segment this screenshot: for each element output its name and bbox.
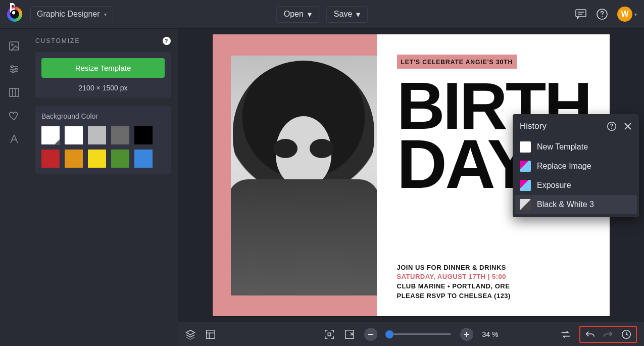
avatar: W [617, 7, 632, 22]
history-list: New TemplateReplace ImageExposureBlack &… [513, 137, 639, 214]
editor-mode-select[interactable]: Graphic Designer ▾ [30, 6, 113, 22]
history-controls-highlight [579, 326, 637, 343]
history-thumb-icon [520, 180, 531, 191]
color-swatch[interactable] [111, 150, 129, 168]
detail-line-2: SATURDAY, AUGUST 17TH | 5:00 [397, 272, 593, 282]
top-right-actions: W ▾ [575, 7, 637, 22]
color-swatch[interactable] [134, 126, 153, 144]
resize-template-button[interactable]: Resize Template [41, 58, 165, 78]
svg-rect-3 [10, 42, 19, 50]
favorites-tool-icon[interactable] [8, 110, 20, 122]
svg-point-4 [12, 44, 13, 45]
background-color-title: Background Color [41, 112, 165, 120]
history-button[interactable] [621, 329, 632, 340]
resize-card: Resize Template 2100 × 1500 px [35, 52, 171, 98]
resize-label: Resize Template [75, 64, 131, 72]
chevron-down-icon: ▾ [634, 12, 637, 17]
top-toolbar: Graphic Designer ▾ Open ▾ Save ▾ W ▾ [0, 0, 644, 29]
history-item-label: New Template [537, 142, 588, 152]
document-left-panel [213, 34, 377, 316]
swatch-grid [41, 126, 165, 168]
open-label: Open [284, 10, 304, 19]
color-swatch[interactable] [88, 150, 106, 168]
tag-text: LET'S CELEBRATE ANGIE'S 30TH [401, 59, 513, 66]
compare-icon[interactable] [560, 329, 571, 339]
color-swatch[interactable] [41, 126, 60, 144]
details-block[interactable]: JOIN US FOR DINNER & DRINKS SATURDAY, AU… [397, 263, 593, 301]
svg-point-2 [602, 16, 603, 17]
history-item[interactable]: Replace Image [513, 157, 639, 176]
logo-b-icon [9, 2, 17, 20]
history-item[interactable]: New Template [513, 137, 639, 157]
history-item[interactable]: Black & White 3 [515, 195, 637, 214]
template-dimensions: 2100 × 1500 px [41, 78, 165, 92]
avatar-initial: W [621, 10, 628, 19]
history-item-label: Exposure [537, 181, 571, 190]
zoom-out-button[interactable] [364, 328, 377, 341]
background-color-card: Background Color [35, 106, 171, 174]
color-swatch[interactable] [88, 126, 106, 144]
layers-icon[interactable] [185, 329, 196, 340]
svg-point-5 [11, 66, 13, 68]
actual-size-icon[interactable] [344, 329, 355, 340]
history-popover: History New TemplateReplace ImageExposur… [513, 114, 639, 217]
detail-line-1: JOIN US FOR DINNER & DRINKS [397, 263, 593, 273]
save-label: Save [334, 10, 352, 19]
chat-icon[interactable] [575, 9, 587, 20]
redo-button[interactable] [603, 329, 614, 339]
adjust-tool-icon[interactable] [8, 63, 20, 75]
user-menu[interactable]: W ▾ [617, 7, 637, 22]
panel-help-icon[interactable]: ? [163, 37, 171, 45]
chevron-down-icon: ▾ [104, 12, 107, 17]
text-tool-icon[interactable] [8, 133, 20, 145]
zoom-slider[interactable] [386, 333, 451, 335]
layout-tool-icon[interactable] [8, 86, 20, 98]
customize-panel: CUSTOMIZE ? Resize Template 2100 × 1500 … [28, 29, 178, 346]
color-swatch[interactable] [111, 126, 129, 144]
left-tool-rail [0, 29, 28, 346]
color-swatch[interactable] [65, 126, 83, 144]
history-help-icon[interactable] [607, 121, 617, 131]
history-title: History [520, 121, 547, 131]
bottom-toolbar: 34 % [178, 322, 644, 346]
svg-point-7 [12, 71, 14, 73]
top-center-actions: Open ▾ Save ▾ [276, 6, 368, 23]
chevron-down-icon: ▾ [356, 10, 360, 19]
open-button[interactable]: Open ▾ [276, 6, 319, 23]
svg-point-6 [15, 68, 17, 70]
svg-rect-0 [576, 10, 586, 17]
history-thumb-icon [520, 161, 531, 172]
detail-line-4: PLEASE RSVP TO CHELSEA (123) [397, 291, 593, 301]
zoom-value: 34 % [482, 330, 499, 338]
editor-mode-label: Graphic Designer [37, 10, 100, 19]
tag-badge[interactable]: LET'S CELEBRATE ANGIE'S 30TH [397, 55, 517, 69]
panel-title: CUSTOMIZE [35, 37, 80, 44]
app-logo-icon[interactable] [7, 7, 22, 22]
photo-placeholder[interactable] [231, 56, 377, 295]
history-thumb-icon [520, 199, 531, 210]
zoom-in-button[interactable] [460, 328, 473, 341]
color-swatch[interactable] [41, 150, 60, 168]
history-item-label: Black & White 3 [537, 200, 594, 209]
zoom-slider-thumb[interactable] [385, 330, 393, 338]
svg-point-10 [611, 128, 612, 129]
history-item-label: Replace Image [537, 162, 591, 171]
svg-rect-8 [10, 88, 19, 96]
svg-rect-12 [328, 333, 331, 336]
history-close-icon[interactable] [624, 122, 632, 130]
history-thumb-icon [520, 141, 531, 153]
chevron-down-icon: ▾ [308, 10, 312, 19]
history-item[interactable]: Exposure [513, 176, 639, 195]
detail-line-3: CLUB MARINE • PORTLAND, ORE [397, 282, 593, 291]
undo-button[interactable] [584, 329, 596, 339]
grid-view-icon[interactable] [205, 329, 216, 340]
image-tool-icon[interactable] [8, 40, 20, 52]
color-swatch[interactable] [134, 150, 153, 168]
fit-screen-icon[interactable] [324, 329, 335, 340]
color-swatch[interactable] [65, 150, 83, 168]
help-icon[interactable] [596, 8, 608, 20]
save-button[interactable]: Save ▾ [326, 6, 368, 23]
svg-rect-11 [207, 330, 215, 338]
